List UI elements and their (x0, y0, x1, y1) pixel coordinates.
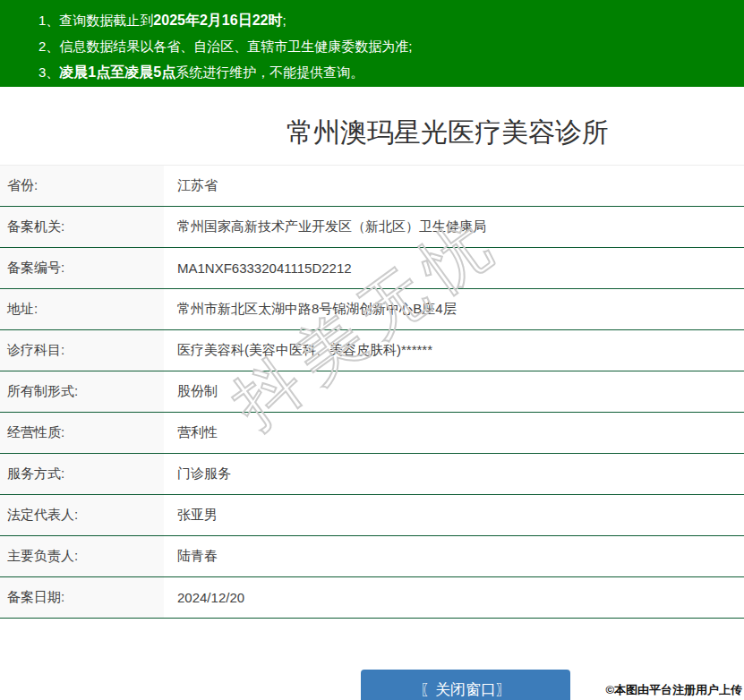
row-label: 所有制形式: (0, 371, 164, 412)
notice-text: 信息数据结果以各省、自治区、直辖市卫生健康委数据为准; (59, 38, 412, 54)
notice-text-bold: 2025年2月16日22时 (153, 13, 282, 28)
table-row-authority: 备案机关: 常州国家高新技术产业开发区（新北区）卫生健康局 (0, 207, 744, 248)
row-value: 张亚男 (164, 495, 744, 535)
row-value: 江苏省 (164, 166, 744, 206)
table-row-record-number: 备案编号: MA1NXF63332041115D2212 (0, 248, 744, 289)
notice-line-2: 2、信息数据结果以各省、自治区、直辖市卫生健康委数据为准; (38, 33, 735, 59)
row-value: MA1NXF63332041115D2212 (164, 248, 744, 288)
table-row-business-nature: 经营性质: 营利性 (0, 413, 744, 454)
row-value: 门诊服务 (164, 454, 744, 494)
row-label: 备案编号: (0, 248, 164, 288)
page-title: 常州澳玛星光医疗美容诊所 (0, 115, 744, 149)
row-value: 陆青春 (164, 536, 744, 576)
notice-header: 1、查询数据截止到2025年2月16日22时; 2、信息数据结果以各省、自治区、… (0, 0, 744, 87)
row-value: 医疗美容科(美容中医科、美容皮肤科)****** (164, 330, 744, 371)
row-value: 常州国家高新技术产业开发区（新北区）卫生健康局 (164, 207, 744, 247)
notice-text: ; (282, 13, 286, 28)
table-row-departments: 诊疗科目: 医疗美容科(美容中医科、美容皮肤科)****** (0, 330, 744, 371)
notice-number: 1、 (38, 13, 59, 28)
close-window-button[interactable]: 〖关闭窗口〗 (361, 670, 570, 700)
row-value: 股份制 (164, 371, 744, 412)
row-label: 诊疗科目: (0, 330, 164, 371)
table-row-ownership: 所有制形式: 股份制 (0, 371, 744, 413)
row-label: 主要负责人: (0, 536, 164, 576)
registration-info-table: 省份: 江苏省 备案机关: 常州国家高新技术产业开发区（新北区）卫生健康局 备案… (0, 165, 744, 619)
table-row-record-date: 备案日期: 2024/12/20 (0, 577, 744, 619)
row-value: 营利性 (164, 413, 744, 453)
table-row-legal-representative: 法定代表人: 张亚男 (0, 495, 744, 536)
row-label: 备案机关: (0, 207, 164, 247)
row-value: 2024/12/20 (164, 577, 744, 618)
notice-line-1: 1、查询数据截止到2025年2月16日22时; (38, 7, 735, 33)
row-label: 备案日期: (0, 577, 164, 618)
table-row-service-mode: 服务方式: 门诊服务 (0, 454, 744, 495)
notice-line-3: 3、凌晨1点至凌晨5点系统进行维护，不能提供查询。 (38, 59, 735, 85)
row-label: 省份: (0, 166, 164, 206)
platform-upload-stamp: ©本图由平台注册用户上传 (605, 682, 742, 698)
notice-text: 查询数据截止到 (59, 13, 153, 28)
row-label: 服务方式: (0, 454, 164, 494)
row-label: 经营性质: (0, 413, 164, 453)
notice-text: 系统进行维护，不能提供查询。 (175, 64, 363, 80)
row-value: 常州市新北区太湖中路8号锦湖创新中心B座4层 (164, 289, 744, 329)
notice-text-bold: 凌晨1点至凌晨5点 (59, 64, 175, 80)
row-label: 地址: (0, 289, 164, 329)
row-label: 法定代表人: (0, 495, 164, 535)
table-row-address: 地址: 常州市新北区太湖中路8号锦湖创新中心B座4层 (0, 289, 744, 330)
notice-number: 2、 (38, 38, 59, 54)
table-row-person-in-charge: 主要负责人: 陆青春 (0, 536, 744, 577)
table-row-province: 省份: 江苏省 (0, 166, 744, 207)
notice-number: 3、 (38, 64, 59, 80)
